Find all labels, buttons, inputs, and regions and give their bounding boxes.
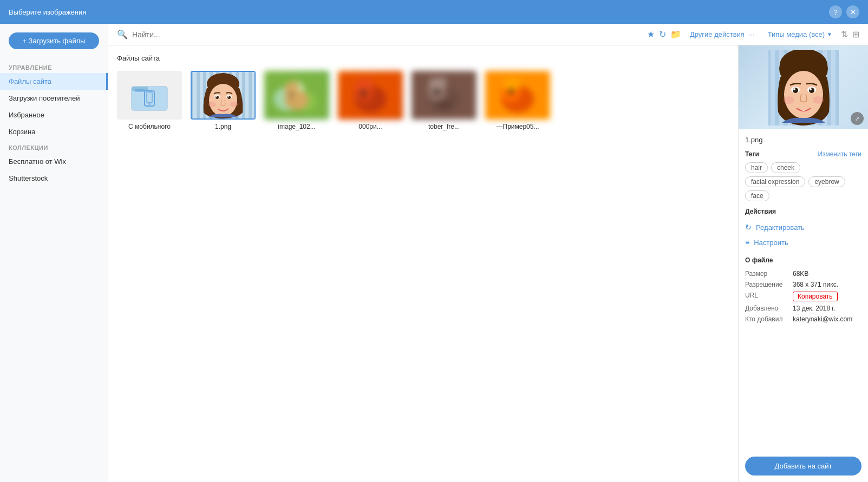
add-to-site-button[interactable]: Добавить на сайт xyxy=(745,457,862,476)
svg-point-49 xyxy=(436,77,447,90)
tag-face[interactable]: face xyxy=(745,190,769,201)
svg-point-75 xyxy=(793,88,798,93)
file-name-3: 000ри... xyxy=(338,123,403,130)
svg-point-80 xyxy=(813,96,824,104)
svg-point-23 xyxy=(227,96,231,99)
svg-point-27 xyxy=(230,102,238,107)
refresh-icon[interactable]: ↻ xyxy=(659,29,666,39)
info-row-resolution: Разрешение 368 x 371 пикс. xyxy=(745,279,862,290)
tag-facial-expression[interactable]: facial expression xyxy=(745,176,805,187)
folder-name: С мобильного xyxy=(117,123,182,130)
sidebar-item-visitor-uploads[interactable]: Загрузки посетителей xyxy=(0,90,108,107)
search-input[interactable] xyxy=(132,30,240,39)
svg-point-56 xyxy=(510,77,521,90)
files-main: Файлы сайта xyxy=(108,45,738,482)
tag-hair[interactable]: hair xyxy=(745,162,768,173)
customize-action[interactable]: ≡ Настроить xyxy=(745,235,862,250)
preview-image-container xyxy=(739,45,868,129)
svg-point-58 xyxy=(511,102,524,109)
svg-point-24 xyxy=(216,96,217,97)
other-actions-dots[interactable]: ··· xyxy=(749,30,755,38)
collections-section-title: КОЛЛЕКЦИИ xyxy=(0,140,108,153)
svg-point-22 xyxy=(216,96,219,99)
file-item-4[interactable]: tober_fre... xyxy=(412,71,477,130)
file-name-4: tober_fre... xyxy=(412,123,477,130)
info-row-added: Добавлено 13 дек. 2018 г. xyxy=(745,303,862,314)
svg-point-44 xyxy=(358,97,368,101)
file-thumb-5 xyxy=(485,71,550,120)
svg-point-5 xyxy=(148,103,151,105)
close-button[interactable]: ✕ xyxy=(846,5,859,18)
svg-point-76 xyxy=(809,88,814,93)
tags-container: hair cheek facial expression eyebrow fac… xyxy=(745,162,862,201)
sidebar-item-trash[interactable]: Корзина xyxy=(0,123,108,140)
help-button[interactable]: ? xyxy=(829,5,842,18)
sidebar-item-site-files[interactable]: Файлы сайта xyxy=(0,73,108,90)
info-row-added-by: Кто добавил katerynaki@wix.com xyxy=(745,314,862,325)
tag-cheek[interactable]: cheek xyxy=(771,162,800,173)
top-bar-right: ★ ↻ 📁 Другие действия ··· Типы медиа (вс… xyxy=(647,29,859,39)
files-section-header: Файлы сайта xyxy=(117,54,729,62)
actions-section: Действия ↻ Редактировать ≡ Настроить xyxy=(745,208,862,250)
manage-section-title: УПРАВЛЕНИЕ xyxy=(0,60,108,73)
file-thumb-2 xyxy=(264,71,329,120)
folder-item[interactable]: С мобильного xyxy=(117,71,182,130)
files-area: Файлы сайта xyxy=(108,45,868,482)
content-area: 🔍 ★ ↻ 📁 Другие действия ··· Типы медиа (… xyxy=(108,24,868,482)
grid-view-icon[interactable]: ⊞ xyxy=(852,29,859,39)
top-bar: 🔍 ★ ↻ 📁 Другие действия ··· Типы медиа (… xyxy=(108,24,868,45)
svg-point-35 xyxy=(291,81,298,91)
sidebar-item-wix-free[interactable]: Бесплатно от Wix xyxy=(0,153,108,170)
svg-point-79 xyxy=(784,96,794,104)
expand-preview-button[interactable]: ⤢ xyxy=(851,112,864,125)
file-info-title: О файле xyxy=(745,256,862,264)
info-row-url: URL Копировать xyxy=(745,290,862,303)
file-name-selected: 1.png xyxy=(191,123,256,130)
file-item-5[interactable]: —Пример05... xyxy=(485,71,550,130)
folder-icon xyxy=(128,76,171,114)
svg-point-77 xyxy=(793,88,795,90)
svg-point-25 xyxy=(228,96,229,97)
file-name-2: image_102... xyxy=(264,123,329,130)
actions-section-title: Действия xyxy=(745,208,862,215)
search-icon: 🔍 xyxy=(117,29,128,39)
sidebar: + Загрузить файлы УПРАВЛЕНИЕ Файлы сайта… xyxy=(0,24,108,482)
file-item-selected[interactable]: 1.png xyxy=(191,71,256,130)
copy-url-button[interactable]: Копировать xyxy=(793,292,838,301)
svg-point-57 xyxy=(509,89,513,94)
customize-icon: ≡ xyxy=(745,238,749,247)
info-row-size: Размер 68KB xyxy=(745,268,862,279)
file-item-2[interactable]: image_102... xyxy=(264,71,329,130)
title-bar: Выберите изображения ? ✕ xyxy=(0,0,868,24)
preview-area: ⤢ xyxy=(739,45,868,129)
edit-tags-link[interactable]: Изменить теги xyxy=(818,150,862,158)
file-item-3[interactable]: 000ри... xyxy=(338,71,403,130)
edit-icon: ↻ xyxy=(745,223,752,232)
svg-point-36 xyxy=(290,93,293,96)
main-layout: + Загрузить файлы УПРАВЛЕНИЕ Файлы сайта… xyxy=(0,24,868,482)
add-folder-icon[interactable]: 📁 xyxy=(670,29,681,39)
tags-section-title: Теги Изменить теги xyxy=(745,150,862,158)
right-panel: ⤢ 1.png Теги Изменить теги hair cheek fa… xyxy=(738,45,868,482)
favorite-icon[interactable]: ★ xyxy=(647,29,655,39)
svg-point-26 xyxy=(208,102,216,107)
tag-eyebrow[interactable]: eyebrow xyxy=(808,176,845,187)
sidebar-item-shutterstock[interactable]: Shutterstock xyxy=(0,170,108,187)
svg-point-51 xyxy=(436,100,452,109)
file-thumb-4 xyxy=(412,71,477,120)
svg-point-37 xyxy=(288,100,295,103)
title-bar-controls: ? ✕ xyxy=(829,5,859,18)
edit-action[interactable]: ↻ Редактировать xyxy=(745,220,862,235)
svg-point-78 xyxy=(810,88,812,90)
folder-thumb xyxy=(117,71,182,120)
svg-rect-2 xyxy=(135,89,145,92)
upload-button[interactable]: + Загрузить файлы xyxy=(9,32,99,49)
sidebar-item-favorites[interactable]: Избранное xyxy=(0,107,108,123)
sort-icon[interactable]: ⇅ xyxy=(841,29,848,39)
svg-point-50 xyxy=(435,89,439,94)
media-type-filter[interactable]: Типы медиа (все) ▼ xyxy=(768,30,832,38)
other-actions-label[interactable]: Другие действия xyxy=(690,30,745,38)
file-name-5: —Пример05... xyxy=(485,123,550,130)
file-thumb-3 xyxy=(338,71,403,120)
files-grid: С мобильного xyxy=(117,71,729,130)
